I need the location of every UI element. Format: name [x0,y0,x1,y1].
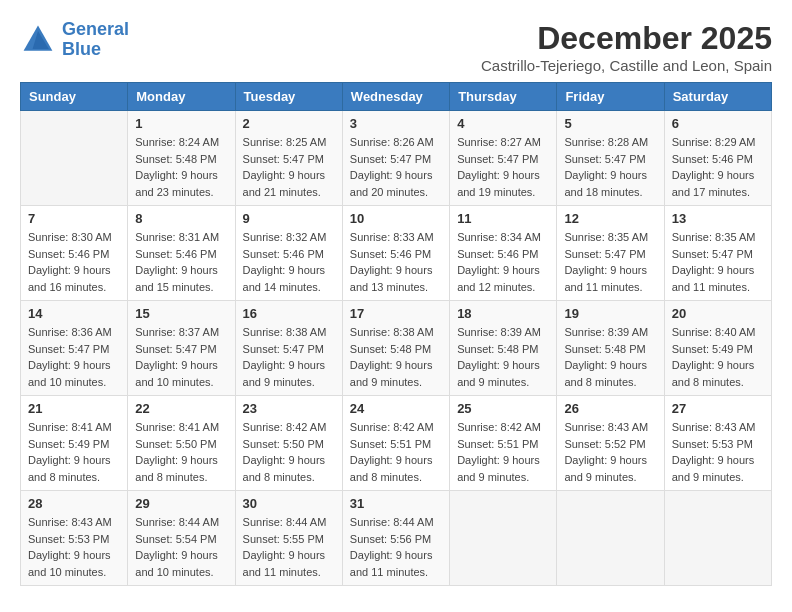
day-number: 25 [457,401,549,416]
day-info: Sunrise: 8:33 AMSunset: 5:46 PMDaylight:… [350,229,442,295]
calendar-day-cell: 5 Sunrise: 8:28 AMSunset: 5:47 PMDayligh… [557,111,664,206]
day-info: Sunrise: 8:31 AMSunset: 5:46 PMDaylight:… [135,229,227,295]
day-number: 21 [28,401,120,416]
calendar-day-cell: 22 Sunrise: 8:41 AMSunset: 5:50 PMDaylig… [128,396,235,491]
calendar-day-cell: 6 Sunrise: 8:29 AMSunset: 5:46 PMDayligh… [664,111,771,206]
day-number: 13 [672,211,764,226]
day-info: Sunrise: 8:35 AMSunset: 5:47 PMDaylight:… [672,229,764,295]
day-number: 22 [135,401,227,416]
logo-text: General Blue [62,20,129,60]
day-info: Sunrise: 8:37 AMSunset: 5:47 PMDaylight:… [135,324,227,390]
day-number: 9 [243,211,335,226]
day-info: Sunrise: 8:43 AMSunset: 5:52 PMDaylight:… [564,419,656,485]
calendar-week-row: 1 Sunrise: 8:24 AMSunset: 5:48 PMDayligh… [21,111,772,206]
calendar-day-cell: 12 Sunrise: 8:35 AMSunset: 5:47 PMDaylig… [557,206,664,301]
calendar-table: SundayMondayTuesdayWednesdayThursdayFrid… [20,82,772,586]
day-number: 3 [350,116,442,131]
day-number: 1 [135,116,227,131]
day-number: 14 [28,306,120,321]
day-info: Sunrise: 8:39 AMSunset: 5:48 PMDaylight:… [564,324,656,390]
calendar-day-cell [664,491,771,586]
calendar-day-cell [21,111,128,206]
day-number: 12 [564,211,656,226]
calendar-day-cell: 11 Sunrise: 8:34 AMSunset: 5:46 PMDaylig… [450,206,557,301]
day-info: Sunrise: 8:44 AMSunset: 5:56 PMDaylight:… [350,514,442,580]
day-number: 17 [350,306,442,321]
calendar-header-cell: Friday [557,83,664,111]
day-info: Sunrise: 8:38 AMSunset: 5:48 PMDaylight:… [350,324,442,390]
calendar-day-cell [557,491,664,586]
day-info: Sunrise: 8:32 AMSunset: 5:46 PMDaylight:… [243,229,335,295]
day-number: 31 [350,496,442,511]
calendar-day-cell: 23 Sunrise: 8:42 AMSunset: 5:50 PMDaylig… [235,396,342,491]
day-info: Sunrise: 8:43 AMSunset: 5:53 PMDaylight:… [672,419,764,485]
day-number: 16 [243,306,335,321]
day-info: Sunrise: 8:44 AMSunset: 5:55 PMDaylight:… [243,514,335,580]
calendar-day-cell: 15 Sunrise: 8:37 AMSunset: 5:47 PMDaylig… [128,301,235,396]
day-number: 15 [135,306,227,321]
day-number: 23 [243,401,335,416]
day-number: 19 [564,306,656,321]
calendar-day-cell: 4 Sunrise: 8:27 AMSunset: 5:47 PMDayligh… [450,111,557,206]
day-number: 28 [28,496,120,511]
calendar-day-cell: 8 Sunrise: 8:31 AMSunset: 5:46 PMDayligh… [128,206,235,301]
logo-icon [20,22,56,58]
month-title: December 2025 [481,20,772,57]
day-info: Sunrise: 8:42 AMSunset: 5:51 PMDaylight:… [457,419,549,485]
calendar-day-cell: 27 Sunrise: 8:43 AMSunset: 5:53 PMDaylig… [664,396,771,491]
day-info: Sunrise: 8:44 AMSunset: 5:54 PMDaylight:… [135,514,227,580]
calendar-day-cell: 26 Sunrise: 8:43 AMSunset: 5:52 PMDaylig… [557,396,664,491]
calendar-week-row: 7 Sunrise: 8:30 AMSunset: 5:46 PMDayligh… [21,206,772,301]
calendar-day-cell: 20 Sunrise: 8:40 AMSunset: 5:49 PMDaylig… [664,301,771,396]
calendar-day-cell: 10 Sunrise: 8:33 AMSunset: 5:46 PMDaylig… [342,206,449,301]
day-number: 29 [135,496,227,511]
day-info: Sunrise: 8:42 AMSunset: 5:51 PMDaylight:… [350,419,442,485]
day-info: Sunrise: 8:39 AMSunset: 5:48 PMDaylight:… [457,324,549,390]
calendar-header-cell: Thursday [450,83,557,111]
calendar-day-cell: 24 Sunrise: 8:42 AMSunset: 5:51 PMDaylig… [342,396,449,491]
day-info: Sunrise: 8:35 AMSunset: 5:47 PMDaylight:… [564,229,656,295]
calendar-week-row: 21 Sunrise: 8:41 AMSunset: 5:49 PMDaylig… [21,396,772,491]
day-info: Sunrise: 8:24 AMSunset: 5:48 PMDaylight:… [135,134,227,200]
day-info: Sunrise: 8:30 AMSunset: 5:46 PMDaylight:… [28,229,120,295]
day-info: Sunrise: 8:43 AMSunset: 5:53 PMDaylight:… [28,514,120,580]
calendar-day-cell: 21 Sunrise: 8:41 AMSunset: 5:49 PMDaylig… [21,396,128,491]
calendar-header-cell: Saturday [664,83,771,111]
calendar-day-cell: 14 Sunrise: 8:36 AMSunset: 5:47 PMDaylig… [21,301,128,396]
calendar-day-cell: 29 Sunrise: 8:44 AMSunset: 5:54 PMDaylig… [128,491,235,586]
day-info: Sunrise: 8:40 AMSunset: 5:49 PMDaylight:… [672,324,764,390]
day-number: 8 [135,211,227,226]
calendar-day-cell: 2 Sunrise: 8:25 AMSunset: 5:47 PMDayligh… [235,111,342,206]
calendar-header-cell: Monday [128,83,235,111]
calendar-day-cell: 13 Sunrise: 8:35 AMSunset: 5:47 PMDaylig… [664,206,771,301]
day-info: Sunrise: 8:42 AMSunset: 5:50 PMDaylight:… [243,419,335,485]
calendar-day-cell: 16 Sunrise: 8:38 AMSunset: 5:47 PMDaylig… [235,301,342,396]
logo: General Blue [20,20,129,60]
calendar-header-cell: Tuesday [235,83,342,111]
day-info: Sunrise: 8:36 AMSunset: 5:47 PMDaylight:… [28,324,120,390]
location-title: Castrillo-Tejeriego, Castille and Leon, … [481,57,772,74]
day-info: Sunrise: 8:34 AMSunset: 5:46 PMDaylight:… [457,229,549,295]
day-info: Sunrise: 8:38 AMSunset: 5:47 PMDaylight:… [243,324,335,390]
calendar-day-cell: 17 Sunrise: 8:38 AMSunset: 5:48 PMDaylig… [342,301,449,396]
day-info: Sunrise: 8:29 AMSunset: 5:46 PMDaylight:… [672,134,764,200]
calendar-day-cell [450,491,557,586]
calendar-week-row: 14 Sunrise: 8:36 AMSunset: 5:47 PMDaylig… [21,301,772,396]
day-info: Sunrise: 8:41 AMSunset: 5:49 PMDaylight:… [28,419,120,485]
day-number: 4 [457,116,549,131]
day-number: 7 [28,211,120,226]
day-number: 30 [243,496,335,511]
day-number: 5 [564,116,656,131]
day-info: Sunrise: 8:41 AMSunset: 5:50 PMDaylight:… [135,419,227,485]
calendar-day-cell: 31 Sunrise: 8:44 AMSunset: 5:56 PMDaylig… [342,491,449,586]
title-block: December 2025 Castrillo-Tejeriego, Casti… [481,20,772,74]
day-info: Sunrise: 8:27 AMSunset: 5:47 PMDaylight:… [457,134,549,200]
day-number: 26 [564,401,656,416]
calendar-day-cell: 19 Sunrise: 8:39 AMSunset: 5:48 PMDaylig… [557,301,664,396]
day-number: 2 [243,116,335,131]
day-info: Sunrise: 8:28 AMSunset: 5:47 PMDaylight:… [564,134,656,200]
calendar-day-cell: 25 Sunrise: 8:42 AMSunset: 5:51 PMDaylig… [450,396,557,491]
calendar-header-cell: Sunday [21,83,128,111]
calendar-day-cell: 3 Sunrise: 8:26 AMSunset: 5:47 PMDayligh… [342,111,449,206]
calendar-day-cell: 30 Sunrise: 8:44 AMSunset: 5:55 PMDaylig… [235,491,342,586]
